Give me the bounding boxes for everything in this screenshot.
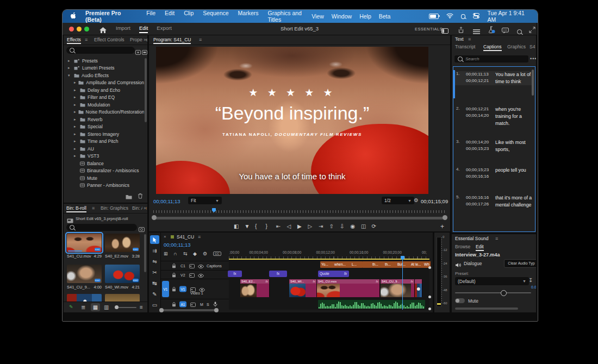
nest-icon[interactable]: ⊞ [164, 251, 168, 256]
caption-text[interactable]: Like with most sports, [495, 139, 534, 153]
bin-item[interactable]: •••S41_CU.mov4:29 [67, 234, 102, 259]
tab-graphics[interactable]: Graphics [507, 44, 526, 49]
play-icon[interactable]: ▶ [297, 223, 302, 229]
tree-chevron-icon[interactable]: ▸ [74, 80, 76, 85]
v2-target-label[interactable]: V2 [180, 273, 185, 277]
loudness-slider[interactable] [455, 292, 531, 293]
effects-tree-item[interactable]: ▸Lumetri Presets [64, 65, 144, 72]
tree-chevron-icon[interactable]: ▸ [74, 103, 78, 107]
scrollbar-right-handle[interactable] [443, 215, 447, 220]
share-icon[interactable] [458, 26, 464, 35]
tree-chevron-icon[interactable]: ▸ [74, 154, 78, 158]
effects-tree-item[interactable]: ▸Modulation [64, 101, 144, 109]
lock-icon[interactable] [172, 284, 176, 294]
tab-bin-graphics[interactable]: Bin: Graphics [101, 205, 128, 211]
video-clip[interactable]: S41_CU_9...fx [381, 279, 415, 297]
tree-chevron-icon[interactable]: ▸ [74, 132, 78, 136]
tree-chevron-icon[interactable]: ▸ [68, 66, 72, 70]
tree-chevron-icon[interactable]: ▸ [74, 117, 78, 122]
battery-icon[interactable] [429, 14, 439, 19]
tab-edit[interactable]: Edit [476, 244, 484, 251]
clip-thumbnail[interactable]: ••• [67, 265, 102, 283]
captions-search-input[interactable]: Search [454, 55, 528, 62]
bin-search-input[interactable] [66, 224, 137, 231]
bin-item[interactable]: •••S40_E2.mov3:28 [105, 234, 140, 259]
clip-thumbnail[interactable] [67, 294, 102, 302]
caption-text[interactable]: You have a lot of time to think [495, 71, 534, 85]
step-back-icon[interactable]: ◁ [287, 223, 291, 229]
menu-view[interactable]: View [312, 13, 324, 20]
mark-in-icon[interactable]: { [255, 223, 257, 229]
effects-tree-item[interactable]: ▸Presets [64, 57, 144, 65]
effects-tree-item[interactable]: ▸VST3 [64, 153, 144, 160]
track-visibility-eye-icon[interactable] [198, 261, 204, 271]
sequence-tab[interactable]: S41_CU [177, 234, 194, 240]
v-scroll-handle-top[interactable] [428, 266, 431, 269]
writable-toggle-icon[interactable]: ✎ [69, 304, 73, 310]
sort-icon[interactable]: ≡ [140, 305, 143, 310]
new-custom-bin-icon[interactable] [126, 192, 132, 202]
v-scroll-handle-bottom[interactable] [428, 307, 431, 310]
track-output-icon[interactable] [189, 270, 195, 280]
snap-icon[interactable]: ∩ [173, 251, 177, 256]
caption-text[interactable]: people tell you [495, 167, 534, 180]
selection-tool[interactable] [150, 235, 159, 244]
es-scrollbar[interactable] [455, 307, 518, 310]
effects-tree-item[interactable]: ▸Amplitude and Compression [64, 79, 144, 87]
minimize-window-button[interactable] [77, 27, 82, 32]
bin-item[interactable]: •••S41_CU_9...4:00 [67, 265, 102, 290]
program-timecode[interactable]: 00;00;11;13 [153, 198, 180, 204]
freeform-view-icon[interactable]: ▥ [104, 305, 109, 310]
caption-text[interactable]: that it's more of a mental challenge [495, 194, 534, 209]
effects-search-input[interactable] [66, 47, 135, 54]
menubar-app-name[interactable]: Premiere Pro (Beta) [85, 10, 137, 23]
caption-clip[interactable]: L... [351, 261, 363, 268]
v-scroll-handle-mid[interactable] [428, 296, 431, 298]
program-mini-ruler[interactable] [153, 210, 446, 213]
v1-target-pill[interactable]: V1 [179, 286, 186, 292]
close-window-button[interactable] [69, 27, 74, 32]
workspace-panel-icon[interactable] [441, 26, 448, 36]
bin-breadcrumb[interactable]: Short Edit v65_3.prproj\B-roll [76, 216, 128, 221]
effects-tree-item[interactable]: ▸Noise Reduction/Restoration [64, 109, 144, 116]
list-view-icon[interactable]: ≣ [81, 305, 85, 310]
tree-chevron-icon[interactable]: ▸ [74, 147, 78, 151]
settings-wrench-icon[interactable]: ⚙ [414, 198, 419, 203]
caption-row[interactable]: 2.00;00;12;2100;00;14;20when you're trai… [453, 106, 534, 127]
caption-row[interactable]: 1.00;00;11;1300;00;12;21You have a lot o… [453, 71, 534, 85]
panel-menu-icon[interactable]: ≡ [199, 37, 202, 42]
clip-thumbnail[interactable]: ••• [105, 265, 140, 283]
lock-icon[interactable] [172, 261, 176, 271]
effects-scrollbar[interactable] [145, 58, 147, 122]
linked-selection-icon[interactable]: ⇆ [183, 251, 188, 256]
bin-item[interactable] [105, 294, 140, 302]
video-clip[interactable]: S41_CU.movfx [317, 279, 380, 297]
track-visibility-eye-icon[interactable] [198, 270, 204, 280]
panel-menu-icon[interactable]: ≡ [495, 236, 498, 241]
panel-menu-icon[interactable]: ≡ [198, 234, 201, 240]
add-marker-icon[interactable]: ◆ [193, 251, 197, 256]
video-clip[interactable] [415, 279, 422, 297]
graphics-clip[interactable]: fx [228, 271, 242, 277]
effects-tree-item[interactable]: ▸Reverb [64, 116, 144, 123]
step-forward-icon[interactable]: ▷ [308, 223, 313, 229]
v1-source-pill[interactable]: V1 [162, 281, 169, 297]
menu-clip[interactable]: Clip [184, 10, 194, 23]
track-output-icon[interactable] [190, 299, 196, 309]
effects-tree-item[interactable]: Mute [64, 174, 144, 182]
control-center-icon[interactable] [473, 13, 479, 20]
program-video-frame[interactable]: ★ ★ ★ ★ ★ “Beyond inspiring.” TATIANA NA… [156, 47, 428, 194]
clip-thumbnail[interactable]: ••• [105, 234, 140, 252]
tab-overflow-icon[interactable]: » [142, 205, 146, 211]
bin-scrollbar[interactable] [144, 234, 146, 272]
clip-thumbnail[interactable] [105, 294, 140, 302]
graphics-clip[interactable]: fx [269, 271, 287, 277]
spotlight-search-icon[interactable] [461, 14, 466, 19]
tree-chevron-icon[interactable]: ▸ [74, 88, 78, 92]
effects-tree-item[interactable]: ▸Delay and Echo [64, 86, 144, 94]
export-frame-icon[interactable]: ◉ [351, 223, 356, 229]
effects-tree-item[interactable]: ▾Audio Effects [64, 72, 144, 79]
clear-audio-type-button[interactable]: Clear Audio Typ [504, 259, 536, 268]
mute-track-label[interactable]: M [200, 303, 203, 306]
caption-clip[interactable]: when... [333, 261, 352, 268]
